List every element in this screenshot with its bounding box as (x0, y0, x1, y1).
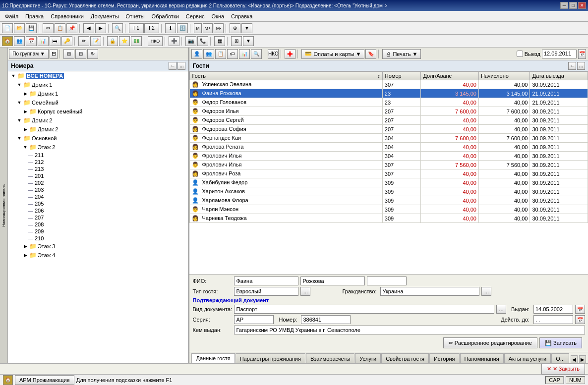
tb-r1[interactable]: 👤 (191, 49, 202, 59)
tb2-nko[interactable]: НКО (148, 36, 163, 46)
tb-r2[interactable]: 👥 (203, 49, 214, 59)
middle-name-field[interactable] (367, 276, 407, 285)
save-btn[interactable]: 💾 Записать (539, 337, 582, 348)
tb2-bed[interactable]: 🛏 (50, 36, 60, 46)
tab-services[interactable]: Услуги (355, 353, 381, 363)
menu-file[interactable]: Файл (2, 12, 21, 20)
valid-calendar[interactable]: 📅 (575, 315, 585, 324)
right-nav-dots[interactable]: … (577, 62, 585, 70)
tab-acts[interactable]: Акты на услуги (504, 353, 551, 363)
doc-section-link[interactable]: Подтверждающий документ (192, 297, 269, 303)
citizenship-dots[interactable]: … (481, 287, 491, 296)
tree-room-211[interactable]: — 211 (8, 152, 188, 159)
tree-floor3[interactable]: ▶ 📁 Этаж 3 (8, 242, 188, 251)
tb-f1[interactable]: F1 (129, 23, 144, 33)
exit-calendar[interactable]: 📅 (578, 49, 586, 59)
tb-r4[interactable]: 🏷 (227, 49, 238, 59)
tab-guest-data[interactable]: Данные гостя (191, 353, 235, 363)
tb-save[interactable]: 💾 (26, 23, 37, 33)
issued-calendar[interactable]: 📅 (575, 305, 585, 314)
tb2-lock[interactable]: 🔒 (107, 36, 118, 46)
tab-scroll-left[interactable]: ◀ (571, 355, 578, 363)
tb2-home[interactable]: 🏠 (2, 36, 13, 46)
tb-f2[interactable]: F2 (144, 23, 159, 33)
tree-room-213[interactable]: — 213 (8, 165, 188, 172)
table-row[interactable]: 👤 Харитон Аксаков 309 40,00 40,00 30.09.… (190, 187, 588, 196)
extended-edit-btn[interactable]: ✏ Расширенное редактирование (443, 337, 537, 348)
guest-type-dots[interactable]: … (300, 287, 310, 296)
tree-room-205[interactable]: — 205 (8, 200, 188, 207)
table-row[interactable]: 👨 Федоров Сергей 207 40,00 40,00 30.09.2… (190, 116, 588, 125)
tree-family-corp[interactable]: ▶ 📁 Корпус семейный (8, 107, 188, 116)
doc-number-field[interactable] (301, 315, 351, 324)
table-row[interactable]: 👩 Фролович Роза 307 40,00 40,00 30.09.20… (190, 169, 588, 178)
table-row[interactable]: 👩 Успенская Эвелина 307 40,00 40,00 30.0… (190, 80, 588, 89)
tree-room-209[interactable]: — 209 (8, 228, 188, 235)
group-btn[interactable]: По группам ▼ (9, 49, 49, 59)
tb-r-card[interactable]: 🔖 (365, 49, 376, 59)
tab-history[interactable]: История (429, 353, 460, 363)
issued-by-field[interactable] (234, 326, 585, 334)
table-row[interactable]: 👩 Фролова Рената 304 40,00 40,00 30.09.2… (190, 143, 588, 152)
last-name-field[interactable] (300, 276, 365, 285)
print-btn[interactable]: 🖨 Печать ▼ (382, 49, 421, 59)
menu-reports[interactable]: Отчеты (123, 12, 148, 20)
tb2-dropdown2[interactable]: ▼ (243, 36, 254, 46)
tb2-doc[interactable]: 📝 (90, 36, 101, 46)
tab-settlements[interactable]: Взаиморасчеты (306, 353, 354, 363)
tb2-plus-red[interactable]: ➕ (169, 36, 179, 46)
tb2-edit[interactable]: ✏ (78, 36, 89, 46)
table-row[interactable]: 👨 Федоров Илья 207 7 600,00 7 600,00 30.… (190, 107, 588, 116)
table-row[interactable]: 👩 Федорова София 207 40,00 40,00 30.09.2… (190, 125, 588, 134)
table-row[interactable]: 👤 Хабибулин Федор 309 40,00 40,00 30.09.… (190, 178, 588, 187)
table-row[interactable]: 👩 Чарнека Теодожа 309 40,00 40,00 30.09.… (190, 214, 588, 223)
tb-cut[interactable]: ✂ (43, 23, 54, 33)
tb-tree-collapse[interactable]: ⊟ (75, 49, 86, 59)
tree-domik2[interactable]: ▼ 📁 Домик 2 (8, 116, 188, 125)
tb-m[interactable]: M (194, 23, 202, 33)
tree-domik1-sub[interactable]: ▶ 📁 Домик 1 (8, 89, 188, 98)
tb-paste[interactable]: 📌 (66, 23, 77, 33)
menu-windows[interactable]: Окна (209, 12, 228, 20)
tb-back[interactable]: ◀ (83, 23, 94, 33)
tb-info[interactable]: ℹ (165, 23, 176, 33)
tb2-key[interactable]: 🔑 (61, 36, 72, 46)
table-row[interactable]: 👨 Фролович Илья 304 40,00 40,00 30.09.20… (190, 152, 588, 161)
tree-room-203[interactable]: — 203 (8, 186, 188, 193)
tab-reminders[interactable]: Напоминания (460, 353, 504, 363)
menu-edit[interactable]: Правка (22, 12, 47, 20)
tb2-phone[interactable]: 📞 (197, 36, 208, 46)
tb2-calendar[interactable]: 📅 (26, 36, 37, 46)
tb-search[interactable]: 🔍 (112, 23, 123, 33)
tree-room-210[interactable]: — 210 (8, 235, 188, 242)
tb-forward[interactable]: ▶ (95, 23, 106, 33)
tb-mplus[interactable]: M+ (203, 23, 213, 33)
tb-extra[interactable]: ⊕ (230, 23, 240, 33)
tb2-dollar[interactable]: 💵 (131, 36, 142, 46)
tb-calc[interactable]: 🔢 (177, 23, 188, 33)
minimize-button[interactable]: ─ (560, 2, 568, 9)
table-row[interactable]: 👨 Чарли Мэнсон 309 40,00 40,00 30.09.201… (190, 205, 588, 214)
table-row[interactable]: 👨 Фернандес Каи 304 7 600,00 7 600,00 30… (190, 134, 588, 143)
tb2-extra2[interactable]: ⊞ (231, 36, 242, 46)
tb-dropdown[interactable]: ▼ (241, 23, 252, 33)
tab-guest-props[interactable]: Свойства гостя (381, 353, 429, 363)
series-field[interactable] (234, 315, 274, 324)
close-btn[interactable]: ✕ ✕ Закрыть (541, 364, 585, 375)
taskbar-icon[interactable]: 🏠 (3, 375, 13, 385)
tb2-barcode[interactable]: ▦ (214, 36, 225, 46)
tb-new[interactable]: 📄 (2, 23, 13, 33)
left-nav-dots[interactable]: … (177, 62, 185, 70)
table-row[interactable]: 👤 Харламова Флора 309 40,00 40,00 30.09.… (190, 196, 588, 205)
menu-documents[interactable]: Документы (88, 12, 122, 20)
exit-date[interactable]: 12.09.2011 (542, 50, 577, 58)
arm-btn[interactable]: АРМ Проживающие (15, 375, 74, 385)
sort-icon-guest[interactable]: ↕ (377, 73, 380, 79)
tb-r6[interactable]: 🔍 (251, 49, 262, 59)
close-button[interactable]: ✕ (578, 2, 586, 9)
menu-references[interactable]: Справочники (48, 12, 87, 20)
table-row[interactable]: 👩 Фаина Рожкова 23 3 145,00 3 145,00 21.… (190, 89, 588, 98)
doc-type-dots[interactable]: … (496, 305, 506, 314)
tb-mminus[interactable]: M- (214, 23, 224, 33)
tb-copy[interactable]: 📋 (55, 23, 65, 33)
